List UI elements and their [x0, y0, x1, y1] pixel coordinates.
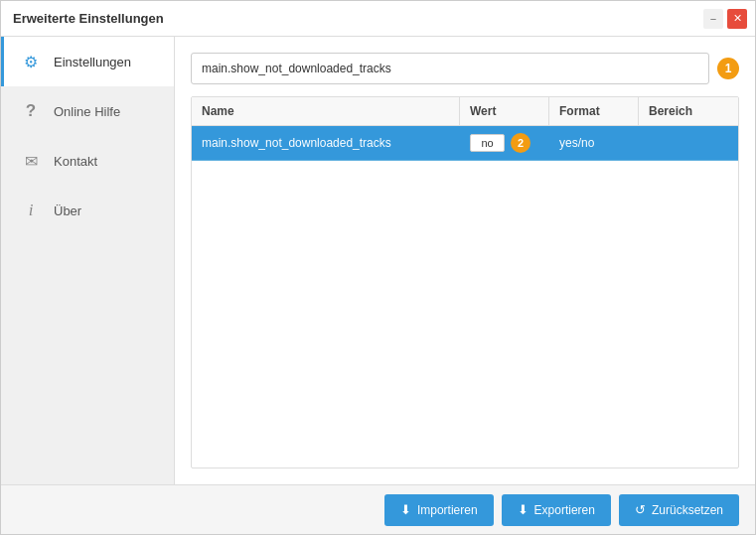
window-controls: − ✕ — [703, 9, 747, 29]
reset-label: Zurücksetzen — [652, 503, 723, 517]
col-header-bereich: Bereich — [639, 97, 738, 125]
gear-icon: ⚙ — [20, 51, 42, 72]
sidebar-item-uber[interactable]: i Über — [1, 186, 174, 235]
sidebar-item-kontakt[interactable]: ✉ Kontakt — [1, 136, 174, 186]
import-button[interactable]: ⬇ Importieren — [384, 494, 494, 526]
main-content: ⚙ Einstellungen ? Online Hilfe ✉ Kontakt… — [1, 37, 755, 484]
reset-icon: ↺ — [635, 502, 646, 517]
mail-icon: ✉ — [20, 150, 42, 172]
title-bar: Erweiterte Einstellungen − ✕ — [1, 1, 755, 37]
content-area: 1 Name Wert Format Bereich main.show_not… — [175, 37, 755, 484]
cell-wert: 2 — [460, 126, 549, 160]
search-bar: 1 — [191, 53, 739, 84]
settings-table: Name Wert Format Bereich main.show_not_d… — [191, 96, 739, 468]
cell-format: yes/no — [549, 126, 639, 160]
export-button[interactable]: ⬇ Exportieren — [502, 494, 611, 526]
wert-input[interactable] — [470, 134, 505, 152]
row-badge: 2 — [511, 133, 530, 153]
sidebar-item-online-hilfe[interactable]: ? Online Hilfe — [1, 86, 174, 136]
cell-bereich — [639, 126, 738, 160]
sidebar-label-kontakt: Kontakt — [54, 154, 97, 169]
sidebar-label-uber: Über — [54, 203, 81, 218]
cell-name: main.show_not_downloaded_tracks — [192, 126, 460, 160]
search-badge: 1 — [717, 58, 739, 79]
info-icon: i — [20, 200, 42, 221]
col-header-format: Format — [549, 97, 639, 125]
col-header-wert: Wert — [460, 97, 549, 125]
export-label: Exportieren — [534, 503, 595, 517]
export-icon: ⬇ — [518, 502, 529, 517]
table-row[interactable]: main.show_not_downloaded_tracks 2 yes/no — [192, 126, 738, 161]
sidebar-label-online-hilfe: Online Hilfe — [54, 104, 120, 119]
sidebar: ⚙ Einstellungen ? Online Hilfe ✉ Kontakt… — [1, 37, 175, 484]
search-input[interactable] — [191, 53, 709, 84]
close-button[interactable]: ✕ — [727, 9, 747, 29]
import-icon: ⬇ — [400, 502, 411, 517]
window-title: Erweiterte Einstellungen — [13, 11, 164, 26]
app-window: Erweiterte Einstellungen − ✕ ⚙ Einstellu… — [0, 0, 756, 535]
sidebar-label-einstellungen: Einstellungen — [54, 55, 131, 69]
help-icon: ? — [20, 100, 42, 122]
minimize-button[interactable]: − — [703, 9, 723, 29]
bottom-bar: ⬇ Importieren ⬇ Exportieren ↺ Zurücksetz… — [1, 484, 755, 534]
reset-button[interactable]: ↺ Zurücksetzen — [619, 494, 739, 526]
sidebar-item-einstellungen[interactable]: ⚙ Einstellungen — [1, 37, 174, 86]
import-label: Importieren — [417, 503, 478, 517]
col-header-name: Name — [192, 97, 460, 125]
table-header: Name Wert Format Bereich — [192, 97, 738, 126]
